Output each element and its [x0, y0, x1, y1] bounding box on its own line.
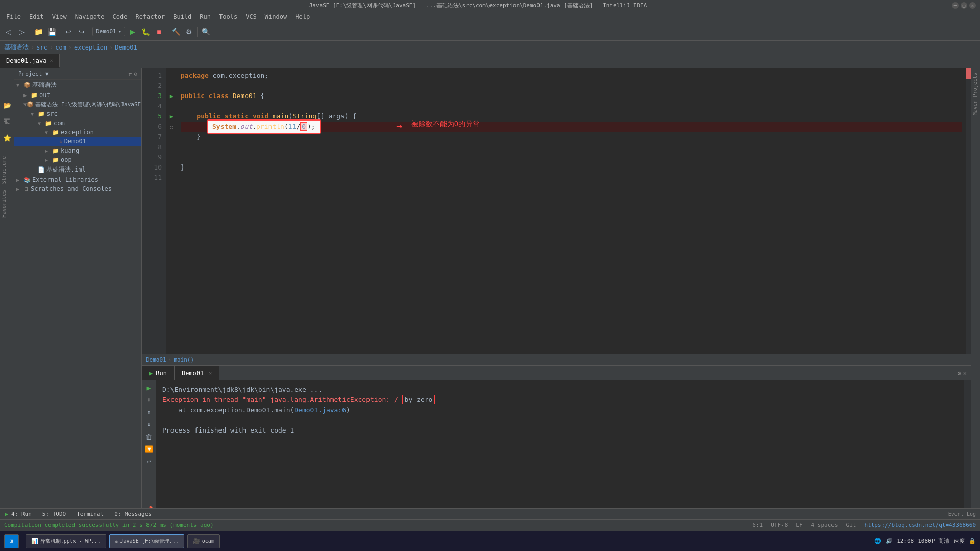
- editor-breadcrumb: Demo01 › main(): [142, 354, 971, 365]
- close-button[interactable]: ✕: [969, 2, 976, 9]
- error-marker[interactable]: [966, 68, 971, 79]
- run-restart-button[interactable]: ▶: [144, 382, 154, 393]
- settings-button[interactable]: ⚙: [183, 26, 195, 38]
- menu-build[interactable]: Build: [169, 12, 195, 21]
- sidebar-sync-icon[interactable]: ⇄: [129, 70, 132, 77]
- toolbar-undo[interactable]: ↩: [62, 26, 75, 38]
- menu-vcs[interactable]: VCS: [241, 12, 261, 21]
- menu-view[interactable]: View: [48, 12, 71, 21]
- tree-item-module[interactable]: ▼ 📦 基础语法 F:\级管理\网课\代码\JavaSE\: [14, 100, 141, 109]
- stack-link[interactable]: Demo01.java:6: [294, 406, 346, 414]
- breadcrumb-demo01[interactable]: Demo01: [115, 44, 137, 51]
- debug-button[interactable]: 🐛: [139, 26, 152, 38]
- run-button[interactable]: ▶: [126, 26, 138, 38]
- tree-item-oop[interactable]: ▶ 📁 oop: [14, 155, 141, 164]
- menu-navigate[interactable]: Navigate: [71, 12, 109, 21]
- structure-tab[interactable]: Structure: [0, 153, 8, 187]
- code-editor[interactable]: package com.exception; public class Demo…: [177, 68, 966, 354]
- menu-tools[interactable]: Tools: [215, 12, 241, 21]
- run-wrap-button[interactable]: ↩: [144, 456, 154, 466]
- toolbar-back[interactable]: ◁: [2, 26, 14, 38]
- sidebar-gear-icon[interactable]: ⚙: [134, 70, 137, 77]
- start-button[interactable]: ⊞: [4, 534, 19, 548]
- favorites-icon[interactable]: ⭐: [1, 132, 13, 144]
- git-label: Git: [846, 522, 856, 529]
- run-panel: ▶ Run Demo01 ✕ ⚙ ✕ ▶ ⬇ ⬆ ⬇: [142, 365, 971, 529]
- tree-item-scratches[interactable]: ▶ 🗒 Scratches and Consoles: [14, 184, 141, 194]
- menu-edit[interactable]: Edit: [25, 12, 48, 21]
- run-tab-demo01[interactable]: Demo01 ✕: [175, 366, 219, 380]
- project-sidebar: Project ▼ ⇄ ⚙ ▼ 📦 基础语法 ▶ 📁 out ▼ 📦 基础语法 …: [14, 68, 142, 529]
- line-num-4: 4: [144, 101, 162, 111]
- taskbar-pptx[interactable]: 📊 异常机制.pptx - WP...: [26, 534, 106, 548]
- maven-tab[interactable]: Maven Projects: [971, 68, 980, 119]
- error-highlight: by zero: [402, 395, 435, 404]
- breakpoint-gutter-6[interactable]: ○: [170, 124, 173, 130]
- sidebar-icon-panel: 📂 🏗 ⭐: [0, 68, 14, 529]
- compilation-status: Compilation completed successfully in 2 …: [4, 522, 214, 529]
- structure-icon[interactable]: 🏗: [1, 115, 13, 128]
- menu-code[interactable]: Code: [109, 12, 132, 21]
- tree-item-iml[interactable]: 📄 基础语法.iml: [14, 164, 141, 175]
- breadcrumb-base[interactable]: 基础语法: [4, 43, 29, 52]
- cursor-position[interactable]: 6:1: [752, 522, 763, 529]
- menu-window[interactable]: Window: [261, 12, 291, 21]
- taskbar-idea[interactable]: ☕ JavaSE [F:\级管理...: [109, 534, 184, 548]
- favorites-tab[interactable]: Favorites: [0, 187, 8, 221]
- maximize-button[interactable]: □: [961, 2, 967, 9]
- tree-item-jichu[interactable]: ▼ 📦 基础语法: [14, 80, 141, 90]
- tree-item-com[interactable]: ▼ 📁 com: [14, 118, 141, 128]
- tree-item-exception[interactable]: ▼ 📁 exception: [14, 128, 141, 137]
- run-output-line-3: at com.exception.Demo01.main(Demo01.java…: [162, 405, 958, 415]
- toolbar-open[interactable]: 📁: [32, 26, 44, 38]
- toolbar-redo[interactable]: ↪: [76, 26, 88, 38]
- line-numbers: 1 2 3 4 5 6 7 8 9 10 11: [142, 68, 166, 354]
- run-clear-button[interactable]: 🗑: [144, 432, 154, 442]
- search-button[interactable]: 🔍: [200, 26, 212, 38]
- breadcrumb-main-label[interactable]: main(): [174, 356, 194, 363]
- run-scroll-up[interactable]: ⬆: [144, 407, 154, 417]
- tree-item-ext[interactable]: ▶ 📚 External Libraries: [14, 175, 141, 184]
- run-stop-button[interactable]: ⬇: [144, 395, 154, 405]
- run-config[interactable]: Demo01 ▾: [92, 27, 125, 36]
- menu-refactor[interactable]: Refactor: [131, 12, 169, 21]
- event-log-label[interactable]: Event Log: [948, 511, 976, 517]
- run-close-icon[interactable]: ✕: [963, 370, 967, 377]
- bottom-tab-run[interactable]: ▶ 4: Run: [0, 509, 37, 519]
- build-button[interactable]: 🔨: [169, 26, 182, 38]
- tree-item-src[interactable]: ▼ 📁 src: [14, 109, 141, 118]
- run-gutter-5[interactable]: ▶: [170, 113, 174, 120]
- run-gear-icon[interactable]: ⚙: [958, 370, 961, 377]
- run-gutter-3[interactable]: ▶: [170, 93, 174, 100]
- run-scroll-down[interactable]: ⬇: [144, 419, 154, 429]
- breadcrumb-com[interactable]: com: [55, 44, 66, 51]
- menu-help[interactable]: Help: [291, 12, 314, 21]
- taskbar-ocam[interactable]: 🎥 ocam: [187, 534, 220, 548]
- bottom-tabs-bar: ▶ 4: Run 5: TODO Terminal 0: Messages Ev…: [0, 508, 980, 519]
- bottom-tab-terminal[interactable]: Terminal: [71, 509, 109, 519]
- toolbar-save[interactable]: 💾: [45, 26, 58, 38]
- run-tab-close[interactable]: ✕: [209, 370, 212, 376]
- editor-main[interactable]: 1 2 3 4 5 6 7 8 9 10 11 ▶ ▶ ○: [142, 68, 971, 354]
- breadcrumb-exception[interactable]: exception: [74, 44, 107, 51]
- breadcrumb-src[interactable]: src: [36, 44, 47, 51]
- tab-demo01[interactable]: Demo01.java ✕: [0, 54, 60, 68]
- project-icon[interactable]: 📂: [1, 99, 13, 111]
- project-header[interactable]: Project ▼ ⇄ ⚙: [14, 68, 141, 80]
- tree-item-demo01[interactable]: ☕ Demo01: [14, 137, 141, 146]
- bottom-tab-todo[interactable]: 5: TODO: [37, 509, 71, 519]
- tab-close-icon[interactable]: ✕: [50, 58, 53, 63]
- breadcrumb-demo01-label[interactable]: Demo01: [146, 356, 166, 363]
- stop-button[interactable]: ■: [153, 26, 165, 38]
- chevron-down-icon: ▾: [118, 28, 122, 35]
- tree-item-kuang[interactable]: ▶ 📁 kuang: [14, 146, 141, 155]
- toolbar-forward[interactable]: ▷: [15, 26, 28, 38]
- run-filter-button[interactable]: 🔽: [144, 444, 154, 454]
- run-tab-run[interactable]: ▶ Run: [142, 366, 175, 380]
- line-num-11: 11: [144, 173, 162, 183]
- menu-file[interactable]: File: [2, 12, 25, 21]
- minimize-button[interactable]: ─: [952, 2, 959, 9]
- bottom-tab-messages[interactable]: 0: Messages: [109, 509, 157, 519]
- tree-item-out[interactable]: ▶ 📁 out: [14, 90, 141, 100]
- menu-run[interactable]: Run: [195, 12, 215, 21]
